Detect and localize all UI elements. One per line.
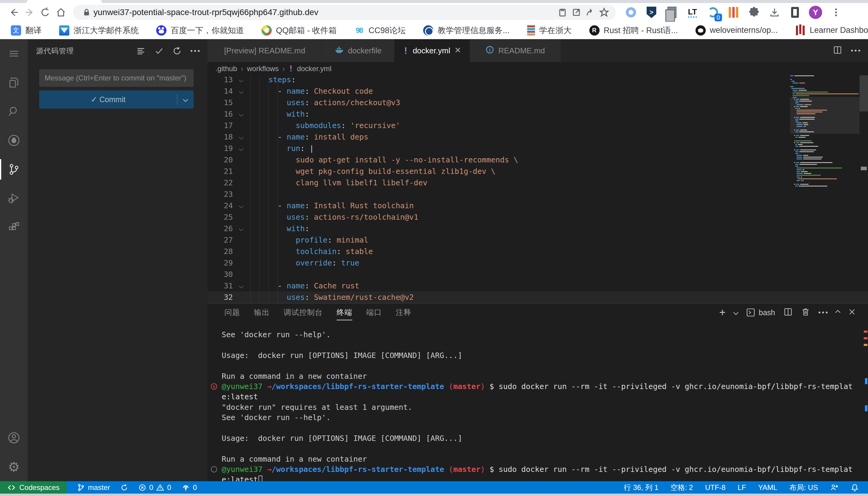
refresh-icon[interactable]: [172, 46, 182, 56]
code-line-19[interactable]: 19 run: |: [208, 143, 868, 154]
bookmark-item[interactable]: QQ邮箱 - 收件箱: [261, 25, 336, 36]
tab-close-icon[interactable]: [454, 46, 461, 56]
bookmark-star-icon[interactable]: [597, 5, 611, 19]
extension-shield-icon[interactable]: >: [645, 6, 658, 19]
extensions-icon[interactable]: [0, 213, 28, 242]
extensions-puzzle-icon[interactable]: [747, 6, 761, 19]
code-line-17[interactable]: 17 submodules: 'recursive': [208, 120, 868, 131]
search-icon[interactable]: [0, 97, 28, 126]
code-line-20[interactable]: 20 sudo apt-get install -y --no-install-…: [208, 154, 868, 166]
new-terminal-icon[interactable]: +: [719, 308, 725, 317]
eol-sequence[interactable]: LF: [738, 483, 746, 492]
source-control-icon[interactable]: [0, 155, 28, 184]
code-line-22[interactable]: 22 clang llvm libelf1 libelf-dev: [208, 177, 868, 189]
breadcrumb-file[interactable]: docker.yml: [297, 64, 331, 73]
notifications-bell-icon[interactable]: [851, 483, 859, 492]
download-icon[interactable]: [768, 6, 781, 19]
tab-readme[interactable]: README.md: [470, 39, 561, 62]
language-mode[interactable]: YAML: [758, 483, 778, 492]
menu-icon[interactable]: [0, 39, 28, 68]
run-debug-icon[interactable]: [0, 184, 28, 213]
bookmark-item[interactable]: RRust 招聘 - Rust语...: [589, 25, 678, 36]
view-as-list-icon[interactable]: [136, 46, 146, 56]
profile-avatar[interactable]: Y: [809, 6, 822, 19]
clipboard-icon[interactable]: [556, 5, 569, 19]
problems-indicator[interactable]: 0 0: [138, 483, 171, 492]
editor-scrollbar[interactable]: [859, 75, 868, 303]
reading-mode-icon[interactable]: [788, 6, 802, 19]
bookmark-item[interactable]: 百度一下，你就知道: [156, 25, 244, 36]
code-line-13[interactable]: 13 steps:: [208, 75, 868, 86]
terminal-output[interactable]: See 'docker run --help'.Usage: docker ru…: [208, 322, 868, 481]
languagetool-icon[interactable]: LT: [686, 6, 699, 19]
scrollbar-thumb[interactable]: [859, 75, 868, 111]
code-line-27[interactable]: 27 profile: minimal: [208, 234, 868, 246]
code-line-14[interactable]: 14 - name: Checkout code: [208, 86, 868, 97]
panel-more-actions-icon[interactable]: [819, 312, 827, 313]
code-line-16[interactable]: 16 with:: [208, 108, 868, 120]
fold-chevron-icon[interactable]: [233, 200, 250, 212]
code-line-21[interactable]: 21 wget pkg-config build-essential zlib1…: [208, 166, 868, 177]
more-actions-icon[interactable]: [190, 46, 200, 56]
bookmark-item[interactable]: 浙江大学邮件系统: [59, 25, 139, 36]
tab-dockerfile[interactable]: dockerfile: [322, 39, 394, 62]
address-bar[interactable]: yunwei37-potential-space-trout-rpr5qwj66…: [73, 5, 616, 20]
ports-indicator[interactable]: 0: [182, 483, 197, 492]
panel-tab-problems[interactable]: 问题: [224, 305, 240, 320]
extension-pages-icon[interactable]: [665, 6, 678, 19]
bookmark-item[interactable]: 文翻译: [11, 25, 42, 36]
commit-dropdown[interactable]: [177, 98, 194, 101]
tab-docker-yml[interactable]: ! docker.yml: [394, 39, 470, 62]
code-editor[interactable]: 13 steps:14 - name: Checkout code15 uses…: [208, 75, 868, 303]
open-in-new-icon[interactable]: [569, 5, 583, 19]
code-line-30[interactable]: 30: [208, 269, 868, 280]
fold-chevron-icon[interactable]: [233, 75, 250, 86]
code-line-24[interactable]: 24 - name: Install Rust toolchain: [208, 200, 868, 212]
home-button[interactable]: [53, 4, 69, 20]
bookmark-item[interactable]: 学在浙大: [527, 25, 572, 36]
settings-gear-icon[interactable]: ⚙: [0, 452, 28, 481]
tab-preview-readme[interactable]: [Preview] README.md: [208, 39, 322, 62]
back-button[interactable]: [6, 4, 22, 20]
account-icon[interactable]: [0, 423, 28, 452]
branch-indicator[interactable]: master: [77, 483, 110, 492]
commit-message-input[interactable]: [39, 69, 194, 87]
panel-tab-comments[interactable]: 注释: [396, 305, 411, 320]
panel-tab-ports[interactable]: 端口: [366, 305, 382, 320]
kill-terminal-icon[interactable]: [801, 307, 810, 317]
terminal-shell-picker[interactable]: bash: [746, 308, 775, 317]
sync-extension-icon[interactable]: 0: [706, 6, 720, 19]
panel-tab-output[interactable]: 输出: [254, 305, 270, 320]
panel-tab-debug-console[interactable]: 调试控制台: [284, 305, 323, 320]
fold-chevron-icon[interactable]: [233, 86, 250, 97]
indentation[interactable]: 空格: 2: [671, 483, 693, 492]
remote-indicator[interactable]: Codespaces: [0, 481, 67, 494]
code-line-15[interactable]: 15 uses: actions/checkout@v3: [208, 97, 868, 108]
code-line-28[interactable]: 28 toolchain: stable: [208, 246, 868, 257]
code-line-26[interactable]: 26 with:: [208, 223, 868, 234]
split-terminal-icon[interactable]: [783, 307, 793, 317]
commit-button[interactable]: ✓ Commit: [39, 90, 194, 108]
reload-button[interactable]: [38, 4, 53, 20]
bookmark-item[interactable]: weloveinterns/op...: [695, 25, 778, 35]
browser-menu-icon[interactable]: [829, 6, 843, 19]
encoding[interactable]: UTF-8: [705, 483, 725, 492]
bookmark-item[interactable]: 98CC98论坛: [354, 25, 406, 36]
feedback-icon[interactable]: [830, 483, 838, 492]
bookmark-item[interactable]: 教学管理信息服务...: [423, 25, 510, 36]
commit-check-icon[interactable]: [154, 46, 164, 56]
code-line-23[interactable]: 23: [208, 189, 868, 200]
split-editor-icon[interactable]: [833, 46, 842, 56]
extension-ring-icon[interactable]: [624, 6, 638, 19]
close-panel-icon[interactable]: [848, 308, 856, 317]
share-icon[interactable]: [583, 5, 597, 19]
cursor-position[interactable]: 行 36, 列 1: [624, 483, 658, 492]
minimap-viewport[interactable]: [790, 97, 859, 134]
fold-chevron-icon[interactable]: [233, 108, 250, 120]
explorer-icon[interactable]: [0, 68, 28, 97]
sync-indicator[interactable]: [120, 484, 128, 492]
keyboard-layout[interactable]: 布局: US: [789, 483, 818, 492]
fold-chevron-icon[interactable]: [233, 223, 250, 234]
code-line-31[interactable]: 31 - name: Cache rust: [208, 280, 868, 292]
panel-tab-terminal[interactable]: 终端: [336, 305, 352, 320]
